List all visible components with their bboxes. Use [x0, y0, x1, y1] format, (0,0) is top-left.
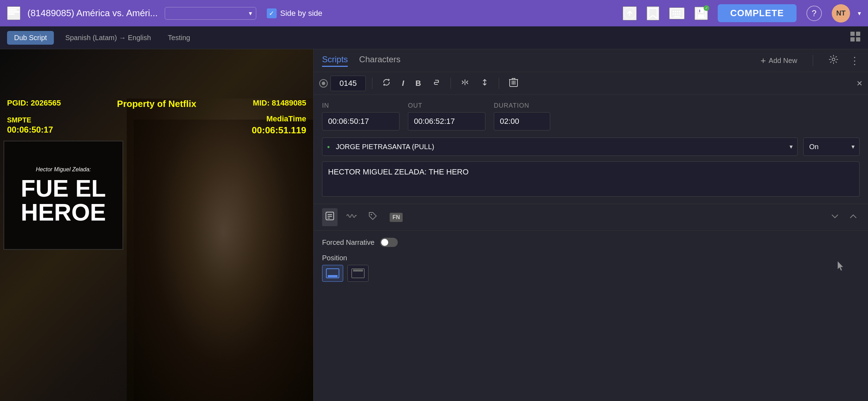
svg-rect-13	[679, 13, 680, 15]
subtitle-text-area[interactable]: HECTOR MIGUEL ZELADA: THE HERO	[322, 161, 860, 197]
card-line-2: HEROE	[21, 200, 106, 224]
language-button[interactable]: Spanish (Latam) → English	[59, 31, 156, 45]
tab-scripts[interactable]: Scripts	[322, 55, 348, 67]
episode-dropdown[interactable]	[165, 7, 256, 20]
subtitle-textarea-wrapper: HECTOR MIGUEL ZELADA: THE HERO	[314, 161, 868, 204]
in-label: IN	[322, 102, 400, 109]
fn-tab-button[interactable]: FN	[387, 210, 405, 225]
italic-button[interactable]: I	[398, 77, 408, 90]
upload-button[interactable]	[623, 6, 637, 20]
in-timecode-field[interactable]	[322, 112, 400, 131]
bottom-tabs-bar: FN	[314, 204, 868, 231]
waveform-tab-button[interactable]	[343, 208, 359, 226]
svg-rect-9	[679, 11, 680, 12]
tags-tab-button[interactable]	[365, 208, 381, 226]
svg-rect-12	[677, 13, 678, 15]
svg-rect-14	[674, 16, 680, 17]
toggle-knob	[381, 239, 388, 246]
save-icon-wrapper: ✓	[694, 7, 708, 20]
svg-rect-10	[673, 13, 674, 15]
svg-rect-2	[8, 11, 20, 13]
duration-field[interactable]	[494, 112, 550, 131]
header-icons: ✓ COMPLETE ? NT ▾	[623, 4, 861, 23]
character-row: JORGE PIETRASANTA (PULL) On Off	[314, 138, 868, 161]
smpte-label: SMPTE	[7, 116, 31, 124]
testing-button[interactable]: Testing	[162, 31, 196, 45]
subtitle-number-field[interactable]	[331, 76, 366, 91]
svg-rect-21	[850, 37, 855, 42]
fn-section: Forced Narrative Position	[314, 231, 868, 296]
add-new-button[interactable]: + Add New	[761, 55, 797, 66]
svg-rect-22	[856, 37, 860, 42]
toolbar-separator-2	[451, 78, 451, 89]
collapse-up-button[interactable]	[847, 211, 860, 224]
scripts-tabs-bar: Scripts Characters + Add New ⋮	[314, 49, 868, 72]
position-top-button[interactable]	[347, 265, 369, 282]
hamburger-menu-button[interactable]	[7, 6, 20, 20]
second-toolbar: Dub Script Spanish (Latam) → English Tes…	[0, 26, 868, 49]
merge-button[interactable]	[477, 76, 492, 91]
timecode-section: IN OUT DURATION	[314, 95, 868, 138]
pgid-text: PGID: 2026565	[7, 98, 61, 108]
strikethrough-button[interactable]	[429, 76, 444, 91]
svg-rect-3	[8, 13, 15, 15]
svg-rect-0	[8, 7, 20, 8]
tab-characters[interactable]: Characters	[359, 55, 400, 67]
duration-group: DURATION	[494, 102, 550, 131]
toggle-track[interactable]	[380, 238, 398, 247]
avatar-dropdown-arrow[interactable]: ▾	[858, 9, 861, 17]
rotate-button[interactable]	[379, 76, 394, 91]
bookmark-button[interactable]	[647, 6, 659, 20]
svg-point-23	[832, 58, 835, 61]
character-dropdown-wrapper: JORGE PIETRASANTA (PULL)	[322, 138, 798, 156]
svg-rect-35	[353, 269, 363, 272]
forced-narrative-toggle[interactable]	[380, 238, 398, 247]
episode-dropdown-wrapper[interactable]	[165, 7, 256, 20]
toolbar-separator-3	[499, 78, 499, 89]
project-title: (81489085) América vs. Améri...	[27, 8, 158, 19]
svg-rect-33	[328, 275, 338, 277]
position-section: Position	[322, 254, 860, 282]
svg-point-31	[371, 214, 372, 215]
svg-rect-19	[850, 32, 855, 36]
svg-rect-20	[856, 32, 860, 36]
right-panel: Scripts Characters + Add New ⋮	[313, 49, 868, 401]
side-by-side-label: Side by side	[280, 9, 322, 18]
position-label: Position	[322, 254, 860, 262]
duration-label: DURATION	[494, 102, 550, 109]
side-by-side-checkbox[interactable]: ✓	[267, 8, 277, 18]
forced-narrative-label: Forced Narrative	[322, 238, 375, 247]
svg-rect-8	[677, 11, 678, 12]
cursor-indicator	[836, 261, 845, 270]
out-timecode-group: OUT	[408, 102, 485, 131]
position-bottom-button[interactable]	[322, 265, 343, 282]
more-options-button[interactable]: ⋮	[850, 55, 860, 66]
keyboard-button[interactable]	[669, 7, 685, 19]
on-dropdown[interactable]: On Off	[803, 138, 860, 156]
character-dropdown[interactable]: JORGE PIETRASANTA (PULL)	[322, 138, 798, 156]
bold-button[interactable]: B	[412, 77, 424, 90]
mid-text: MID: 81489085	[253, 98, 306, 108]
grid-view-button[interactable]	[850, 31, 861, 45]
delete-subtitle-button[interactable]	[505, 75, 522, 91]
side-by-side-toggle[interactable]: ✓ Side by side	[267, 8, 322, 18]
expand-down-button[interactable]	[829, 211, 841, 224]
subtitle-indicator	[319, 79, 328, 88]
help-button[interactable]: ?	[806, 6, 822, 21]
property-text: Property of Netflix	[117, 98, 196, 109]
svg-rect-1	[8, 9, 17, 11]
subtitle-card: Hector Miguel Zelada: FUE EL HEROE	[4, 141, 123, 250]
dub-script-button[interactable]: Dub Script	[7, 31, 54, 45]
close-editor-button[interactable]: ×	[857, 78, 862, 89]
settings-button[interactable]	[829, 55, 838, 67]
user-avatar[interactable]: NT	[832, 4, 850, 23]
notes-tab-button[interactable]	[322, 208, 338, 226]
complete-button[interactable]: COMPLETE	[718, 4, 797, 22]
split-button[interactable]	[457, 76, 473, 91]
out-timecode-field[interactable]	[408, 112, 485, 131]
smpte-time: 00:06:50:17	[7, 125, 53, 135]
svg-rect-18	[699, 9, 700, 12]
forced-narrative-row: Forced Narrative	[322, 238, 860, 247]
card-title: Hector Miguel Zelada:	[36, 166, 91, 173]
svg-rect-7	[675, 11, 676, 12]
